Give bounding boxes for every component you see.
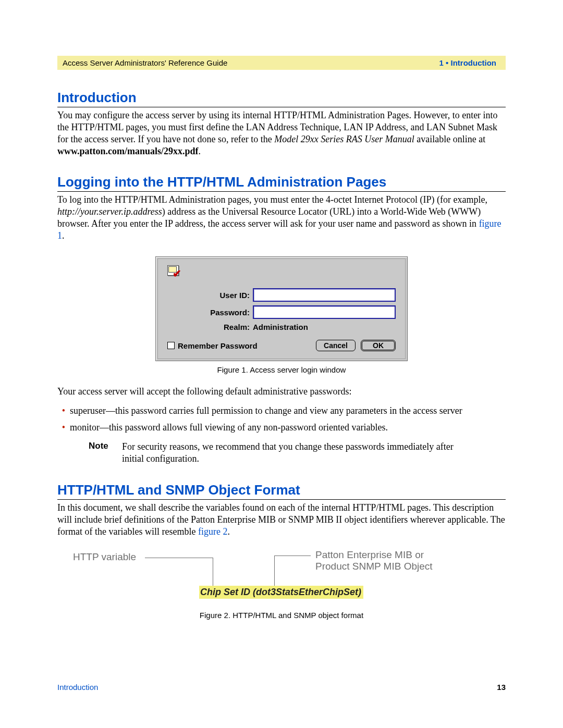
intro-text-c: . bbox=[199, 146, 201, 156]
user-id-input[interactable] bbox=[253, 288, 396, 302]
page-footer: Introduction 13 bbox=[57, 683, 506, 692]
http-variable-label: HTTP variable bbox=[73, 551, 136, 563]
remember-password-label: Remember Password bbox=[178, 341, 258, 350]
intro-paragraph: You may configure the access server by u… bbox=[57, 109, 506, 157]
default-passwords-intro: Your access server will accept the follo… bbox=[57, 386, 506, 398]
heading-introduction: Introduction bbox=[57, 90, 506, 106]
checkbox-icon bbox=[167, 342, 175, 349]
heading-logging-in: Logging into the HTTP/HTML Administratio… bbox=[57, 174, 506, 190]
login-text-c: . bbox=[62, 230, 65, 241]
connector-line bbox=[274, 556, 311, 556]
note-body: For security reasons, we recommend that … bbox=[122, 441, 456, 465]
footer-section: Introduction bbox=[57, 683, 98, 692]
figure-2: HTTP variable Patton Enterprise MIB or P… bbox=[57, 549, 506, 607]
list-item: superuser—this password carries full per… bbox=[70, 405, 506, 417]
intro-bold-url: www.patton.com/manuals/29xx.pdf bbox=[57, 146, 199, 156]
snmp-paragraph: In this document, we shall describe the … bbox=[57, 502, 506, 538]
login-dialog: ✔ User ID: Password: Realm: Administrati… bbox=[155, 256, 408, 361]
header-chapter: 1 • Introduction bbox=[439, 58, 496, 67]
realm-value: Administration bbox=[253, 323, 308, 331]
intro-text-b: available online at bbox=[414, 134, 485, 144]
connector-line bbox=[274, 556, 275, 587]
security-note: Note For security reasons, we recommend … bbox=[89, 441, 506, 465]
realm-label: Realm: bbox=[167, 323, 253, 331]
default-passwords-list: superuser—this password carries full per… bbox=[57, 405, 506, 434]
user-id-label: User ID: bbox=[167, 291, 253, 300]
password-input[interactable] bbox=[253, 305, 396, 319]
login-paragraph: To log into the HTTP/HTML Administration… bbox=[57, 194, 506, 242]
ok-button[interactable]: OK bbox=[361, 340, 396, 351]
credentials-icon: ✔ bbox=[167, 265, 182, 277]
mib-object-label-line1: Patton Enterprise MIB or bbox=[315, 549, 424, 560]
password-label: Password: bbox=[167, 308, 253, 317]
intro-italic: Model 29xx Series RAS User Manual bbox=[274, 134, 414, 144]
page-number: 13 bbox=[497, 683, 506, 692]
mib-object-label: Patton Enterprise MIB or Product SNMP MI… bbox=[315, 549, 433, 572]
mib-variable-example: Chip Set ID (dot3StatsEtherChipSet) bbox=[199, 586, 363, 599]
heading-rule bbox=[57, 107, 506, 107]
snmp-text-a: In this document, we shall describe the … bbox=[57, 502, 505, 537]
figure2-link[interactable]: figure 2 bbox=[198, 526, 227, 537]
remember-password-checkbox[interactable]: Remember Password bbox=[167, 341, 258, 350]
heading-rule bbox=[57, 191, 506, 192]
connector-line bbox=[213, 558, 213, 587]
login-text-a: To log into the HTTP/HTML Administration… bbox=[57, 194, 487, 205]
mib-object-label-line2: Product SNMP MIB Object bbox=[315, 561, 433, 572]
list-item: monitor—this password allows full viewin… bbox=[70, 422, 506, 434]
note-label: Note bbox=[89, 441, 122, 465]
heading-snmp-format: HTTP/HTML and SNMP Object Format bbox=[57, 482, 506, 498]
heading-rule bbox=[57, 499, 506, 500]
figure-1-caption: Figure 1. Access server login window bbox=[57, 365, 506, 374]
header-doc-title: Access Server Administrators' Reference … bbox=[63, 58, 227, 67]
figure-2-caption: Figure 2. HTTP/HTML and SNMP object form… bbox=[57, 611, 506, 620]
cancel-button[interactable]: Cancel bbox=[316, 340, 356, 351]
connector-line bbox=[145, 558, 213, 558]
snmp-text-b: . bbox=[227, 526, 230, 537]
document-page: Access Server Administrators' Reference … bbox=[0, 0, 563, 728]
page-header: Access Server Administrators' Reference … bbox=[57, 56, 506, 70]
figure-1: ✔ User ID: Password: Realm: Administrati… bbox=[57, 256, 506, 361]
login-italic-url: http://your.server.ip.address bbox=[57, 206, 162, 217]
